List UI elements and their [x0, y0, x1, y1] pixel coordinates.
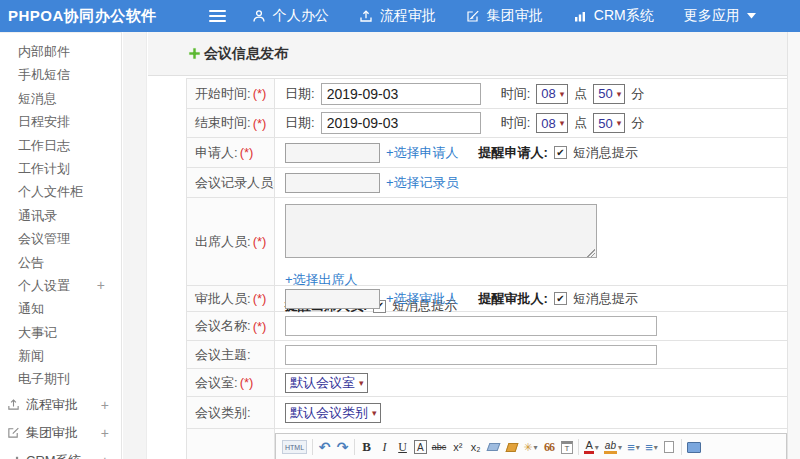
- ordered-list-button[interactable]: ≡▾: [627, 438, 640, 456]
- format-brush-button[interactable]: ✳▾: [523, 438, 537, 456]
- select-approver-link[interactable]: +选择审批人: [386, 290, 459, 308]
- resize-grip-icon[interactable]: [586, 248, 595, 257]
- field-label: 会议记录人员:: [195, 174, 275, 192]
- sidebar-item-contacts[interactable]: 通讯录: [0, 204, 121, 227]
- start-date-input[interactable]: [321, 83, 481, 105]
- caret-down-icon: ▾: [372, 408, 377, 418]
- start-minute-select[interactable]: 50▾: [593, 84, 625, 104]
- superscript-button[interactable]: x²: [451, 438, 464, 456]
- sms-remind-checkbox[interactable]: ✔: [554, 146, 567, 159]
- required-marker: (*): [253, 86, 267, 101]
- new-page-button[interactable]: [663, 438, 676, 456]
- sidebar-item-schedule[interactable]: 日程安排: [0, 110, 121, 133]
- field-label: 会议主题:: [195, 346, 251, 364]
- bold-button[interactable]: B: [360, 438, 373, 456]
- applicant-input[interactable]: [285, 143, 380, 163]
- required-marker: (*): [253, 319, 267, 334]
- toolbar-separator: [578, 439, 579, 455]
- form-row-recorder: 会议记录人员:(*) +选择记录员: [187, 168, 787, 198]
- sidebar-item-internal-mail[interactable]: 内部邮件: [0, 40, 121, 63]
- hamburger-menu-icon[interactable]: [209, 10, 226, 22]
- sidebar-item-e-journal[interactable]: 电子期刊: [0, 367, 121, 390]
- sidebar-section-crm[interactable]: CRM系统 +: [0, 447, 121, 459]
- nav-label: 更多应用: [684, 7, 740, 25]
- underline-button[interactable]: U: [396, 438, 409, 456]
- meeting-room-select[interactable]: 默认会议室▾: [285, 373, 368, 393]
- edit-icon: [466, 9, 480, 23]
- highlighter-icon: ab: [604, 440, 617, 454]
- meeting-subject-input[interactable]: [285, 345, 657, 365]
- meeting-name-input[interactable]: [285, 316, 657, 336]
- user-icon: [252, 9, 266, 23]
- sidebar-gutter: [123, 32, 147, 459]
- select-applicant-link[interactable]: +选择申请人: [386, 144, 459, 162]
- sidebar-item-meeting-management[interactable]: 会议管理: [0, 227, 121, 250]
- end-minute-select[interactable]: 50▾: [593, 113, 625, 133]
- sparkle-icon: ✳: [523, 441, 532, 454]
- caret-down-icon: ▾: [618, 443, 622, 452]
- sidebar-item-mobile-sms[interactable]: 手机短信: [0, 63, 121, 86]
- page-title: 会议信息发布: [204, 45, 288, 63]
- nav-more-apps[interactable]: 更多应用: [684, 7, 756, 25]
- eraser-icon: [487, 443, 501, 451]
- font-color-button[interactable]: A▾: [584, 438, 598, 456]
- expand-plus-icon[interactable]: +: [101, 397, 109, 413]
- italic-button[interactable]: I: [378, 438, 391, 456]
- html-source-button[interactable]: HTML: [282, 440, 307, 454]
- select-recorder-link[interactable]: +选择记录员: [386, 174, 459, 192]
- nav-crm[interactable]: CRM系统: [573, 7, 654, 25]
- field-label: 审批人员:: [195, 290, 251, 308]
- nav-label: CRM系统: [594, 7, 654, 25]
- fullscreen-button[interactable]: [687, 438, 701, 456]
- remove-format-button[interactable]: [487, 438, 500, 456]
- nav-personal-office[interactable]: 个人办公: [252, 7, 329, 25]
- sidebar-item-personal-files[interactable]: 个人文件柜: [0, 180, 121, 203]
- crm-chart-icon: [573, 9, 587, 23]
- unordered-list-button[interactable]: ≡▾: [645, 438, 658, 456]
- form-row-meeting-name: 会议名称:(*): [187, 312, 787, 341]
- approver-input[interactable]: [285, 289, 380, 309]
- font-color-icon: A: [584, 440, 593, 454]
- sidebar-item-news[interactable]: 新闻: [0, 344, 121, 367]
- end-date-input[interactable]: [321, 112, 481, 134]
- sms-remind-checkbox[interactable]: ✔: [554, 292, 567, 305]
- clear-all-button[interactable]: [505, 438, 518, 456]
- caret-down-icon: ▾: [560, 118, 565, 128]
- sidebar-section-workflow-approval[interactable]: 流程审批 +: [0, 391, 121, 419]
- start-hour-select[interactable]: 08▾: [536, 84, 568, 104]
- sidebar-item-notification[interactable]: 通知: [0, 297, 121, 320]
- required-marker: (*): [240, 145, 254, 160]
- expand-plus-icon[interactable]: +: [101, 425, 109, 441]
- sidebar-item-announcement[interactable]: 公告: [0, 251, 121, 274]
- attendees-textarea[interactable]: [285, 204, 597, 258]
- nav-workflow-approval[interactable]: 流程审批: [359, 7, 436, 25]
- field-label: 开始时间:: [195, 85, 251, 103]
- caret-down-icon: ▾: [617, 89, 622, 99]
- expand-plus-icon[interactable]: +: [97, 274, 105, 297]
- sidebar-item-short-message[interactable]: 短消息: [0, 87, 121, 110]
- strikethrough-button[interactable]: abc: [432, 438, 447, 456]
- subscript-button[interactable]: x₂: [469, 438, 482, 456]
- sidebar-menu: 内部邮件 手机短信 短消息 日程安排 工作日志 工作计划 个人文件柜 通讯录 会…: [0, 40, 121, 391]
- expand-plus-icon[interactable]: +: [101, 453, 109, 459]
- font-style-button[interactable]: A: [414, 440, 427, 454]
- recorder-input[interactable]: [285, 173, 380, 193]
- blockquote-button[interactable]: 66: [542, 438, 555, 456]
- sidebar-item-work-log[interactable]: 工作日志: [0, 134, 121, 157]
- sidebar-item-personal-settings[interactable]: 个人设置+: [0, 274, 121, 297]
- end-hour-select[interactable]: 08▾: [536, 113, 568, 133]
- paste-text-button[interactable]: T: [560, 438, 573, 456]
- meeting-category-select[interactable]: 默认会议类别▾: [285, 403, 381, 423]
- nav-group-approval[interactable]: 集团审批: [466, 7, 543, 25]
- redo-button[interactable]: ↷: [336, 438, 349, 456]
- field-label: 会议名称:: [195, 317, 251, 335]
- sidebar-section-group-approval[interactable]: 集团审批 +: [0, 419, 121, 447]
- required-marker: (*): [240, 375, 254, 390]
- highlight-color-button[interactable]: ab▾: [604, 438, 622, 456]
- caret-down-icon: [747, 13, 756, 19]
- sidebar-item-memorabilia[interactable]: 大事记: [0, 321, 121, 344]
- sidebar-item-work-plan[interactable]: 工作计划: [0, 157, 121, 180]
- undo-button[interactable]: ↶: [318, 438, 331, 456]
- vertical-scrollbar[interactable]: [787, 32, 800, 459]
- toolbar-separator: [354, 439, 355, 455]
